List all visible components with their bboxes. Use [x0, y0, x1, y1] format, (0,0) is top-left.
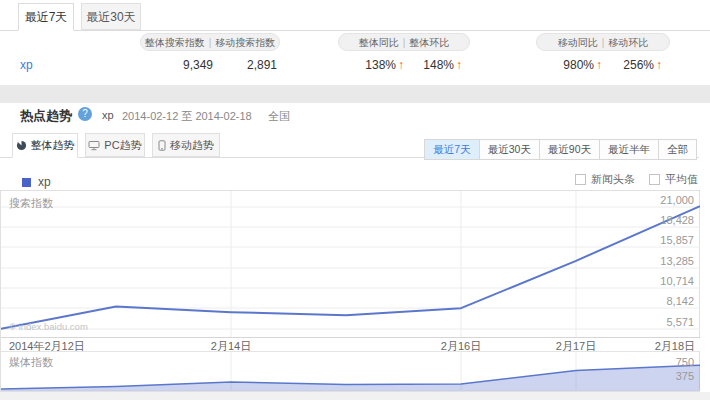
- y-axis-tick: 15,857: [634, 234, 694, 246]
- tab-label: 移动趋势: [170, 138, 214, 153]
- y-axis-tick: 10,714: [634, 275, 694, 287]
- media-index-label: 媒体指数: [9, 355, 53, 370]
- header-separator: |: [399, 37, 410, 48]
- range-button-half-year[interactable]: 最近半年: [600, 140, 659, 159]
- tab-last-30-days[interactable]: 最近30天: [81, 3, 141, 30]
- overall-search-index-value: 9,349: [150, 58, 213, 72]
- checkbox-average[interactable]: 平均值: [649, 172, 698, 187]
- legend-series-label: xp: [38, 175, 51, 189]
- media-index-plot[interactable]: 媒体指数 750 375: [1, 352, 700, 391]
- trend-keyword: xp: [102, 109, 114, 121]
- y-axis-tick: 18,428: [634, 214, 694, 226]
- trend-date-range: 2014-02-12 至 2014-02-18: [122, 109, 252, 124]
- trend-section-title: 热点趋势: [20, 107, 72, 125]
- monitor-icon: [88, 140, 100, 151]
- mobile-yoy-value: 980%↑: [536, 58, 602, 72]
- search-index-plot[interactable]: 搜索指数 © index.baidu.com 21,000 18,428 15,…: [1, 191, 700, 337]
- header-overall-mom: 整体环比: [409, 37, 449, 48]
- range-button-30d[interactable]: 最近30天: [480, 140, 540, 159]
- keyword-link[interactable]: xp: [20, 58, 33, 72]
- media-index-area-chart: [1, 352, 700, 391]
- range-button-90d[interactable]: 最近90天: [540, 140, 600, 159]
- overall-yoy-value: 138%↑: [338, 58, 404, 72]
- header-mobile-yoy: 移动同比: [558, 37, 598, 48]
- tab-overall-trend[interactable]: 整体趋势: [12, 133, 78, 158]
- mobile-search-index-value: 2,891: [214, 58, 277, 72]
- media-y-tick: 375: [654, 370, 694, 382]
- header-overall-compare: 整体同比|整体环比: [338, 33, 470, 51]
- y-axis-tick: 8,142: [634, 295, 694, 307]
- header-mobile-search-index: 移动搜索指数: [215, 37, 275, 48]
- overlay-options: 新闻头条 平均值: [575, 172, 698, 187]
- mobile-mom-value: 256%↑: [596, 58, 662, 72]
- header-overall-search-index: 整体搜索指数: [145, 37, 205, 48]
- header-mobile-compare: 移动同比|移动环比: [536, 33, 670, 51]
- up-arrow-icon: ↑: [654, 58, 662, 72]
- header-overall-yoy: 整体同比: [359, 37, 399, 48]
- overall-mom-value: 148%↑: [396, 58, 462, 72]
- checkbox-icon[interactable]: [649, 174, 660, 185]
- checkbox-icon[interactable]: [575, 174, 586, 185]
- header-separator: |: [598, 37, 609, 48]
- pie-icon: [16, 140, 27, 151]
- y-axis-tick: 13,285: [634, 255, 694, 267]
- y-axis-tick: 5,571: [634, 316, 694, 328]
- media-y-tick: 750: [654, 356, 694, 368]
- trend-chart-card: 搜索指数 © index.baidu.com 21,000 18,428 15,…: [0, 190, 700, 392]
- mobile-icon: [158, 140, 166, 151]
- range-button-all[interactable]: 全部: [659, 140, 696, 159]
- legend-swatch: [22, 178, 31, 187]
- trend-region: 全国: [268, 109, 290, 124]
- tab-label: PC趋势: [104, 138, 141, 153]
- up-arrow-icon: ↑: [454, 58, 462, 72]
- checkbox-news-headlines[interactable]: 新闻头条: [575, 172, 635, 187]
- tab-label: 整体趋势: [31, 138, 75, 153]
- checkbox-label: 新闻头条: [591, 172, 635, 187]
- tab-pc-trend[interactable]: PC趋势: [85, 133, 145, 157]
- help-icon[interactable]: ?: [78, 107, 92, 121]
- range-button-7d[interactable]: 最近7天: [425, 140, 479, 159]
- page-bottom-strip: [0, 392, 710, 400]
- search-index-line-chart: [1, 191, 700, 337]
- tab-last-7-days[interactable]: 最近7天: [18, 3, 74, 31]
- header-search-index: 整体搜索指数|移动搜索指数: [140, 33, 280, 51]
- chart-legend: xp: [22, 175, 51, 189]
- x-axis: 2014年2月12日 2月14日 2月16日 2月17日 2月18日: [1, 337, 700, 352]
- header-separator: |: [205, 37, 216, 48]
- time-range-button-group: 最近7天 最近30天 最近90天 最近半年 全部: [424, 139, 697, 160]
- search-index-label: 搜索指数: [9, 196, 53, 211]
- section-divider: [0, 85, 710, 103]
- watermark: © index.baidu.com: [9, 321, 88, 332]
- checkbox-label: 平均值: [665, 172, 698, 187]
- tab-mobile-trend[interactable]: 移动趋势: [152, 133, 220, 157]
- header-mobile-mom: 移动环比: [608, 37, 648, 48]
- y-axis-tick: 21,000: [634, 194, 694, 206]
- summary-tab-bar: 最近7天 最近30天: [0, 3, 710, 31]
